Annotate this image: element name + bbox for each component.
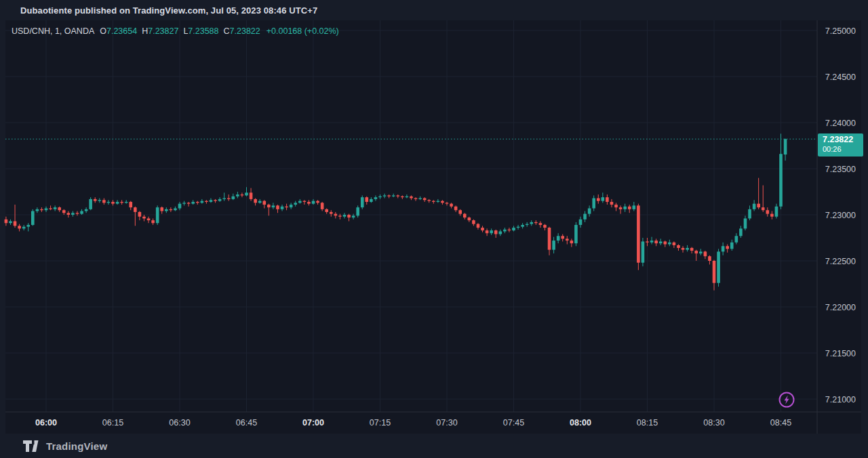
price-axis-label: 7.21000 xyxy=(825,395,856,404)
bar-countdown: 00:26 xyxy=(823,145,863,154)
time-axis-label: 07:30 xyxy=(436,418,457,428)
last-price-badge: 7.23822 00:26 xyxy=(818,133,863,157)
time-axis-label: 08:00 xyxy=(570,418,591,428)
time-axis-label: 08:15 xyxy=(637,418,658,428)
lightning-circle-icon xyxy=(778,391,795,409)
tradingview-logo xyxy=(23,440,41,452)
ohlc-low: L7.23588 xyxy=(183,26,218,36)
time-axis-label: 07:00 xyxy=(302,418,324,428)
brand-text: TradingView xyxy=(46,440,107,452)
ohlc-close: C7.23822 xyxy=(224,26,260,36)
flash-icon-button[interactable] xyxy=(778,391,795,409)
time-axis-label: 06:15 xyxy=(102,418,123,428)
price-axis-label: 7.24500 xyxy=(825,72,856,82)
time-axis-label: 06:00 xyxy=(35,418,57,428)
time-axis-label: 07:45 xyxy=(503,418,524,428)
price-axis-label: 7.21500 xyxy=(825,349,856,358)
tradingview-snapshot: Dubaotiente published on TradingView.com… xyxy=(0,0,868,458)
ohlc-open: O7.23654 xyxy=(100,26,137,36)
symbol-title: USD/CNH, 1, OANDA xyxy=(12,26,94,36)
price-axis-label: 7.22000 xyxy=(825,303,856,312)
time-axis-label: 06:45 xyxy=(236,418,257,428)
change-value: +0.00168 (+0.02%) xyxy=(267,26,339,36)
last-price-value: 7.23822 xyxy=(823,135,863,146)
ohlc-high: H7.23827 xyxy=(142,26,178,36)
time-axis-label: 08:45 xyxy=(770,418,791,428)
symbol-legend[interactable]: USD/CNH, 1, OANDAO7.23654H7.23827L7.2358… xyxy=(12,26,339,36)
price-axis-label: 7.22500 xyxy=(825,257,856,266)
price-axis-label: 7.23500 xyxy=(825,165,856,174)
candlestick-chart[interactable]: 7.250007.245007.240007.235007.230007.225… xyxy=(0,0,868,458)
time-axis-label: 08:30 xyxy=(703,418,724,428)
price-axis-label: 7.25000 xyxy=(825,26,856,36)
time-axis-label: 07:15 xyxy=(370,418,391,428)
price-axis-label: 7.23000 xyxy=(825,211,856,220)
footer: TradingView xyxy=(23,439,107,453)
time-axis-label: 06:30 xyxy=(169,418,190,428)
chart-panel xyxy=(5,20,861,434)
price-axis-label: 7.24000 xyxy=(825,119,856,128)
